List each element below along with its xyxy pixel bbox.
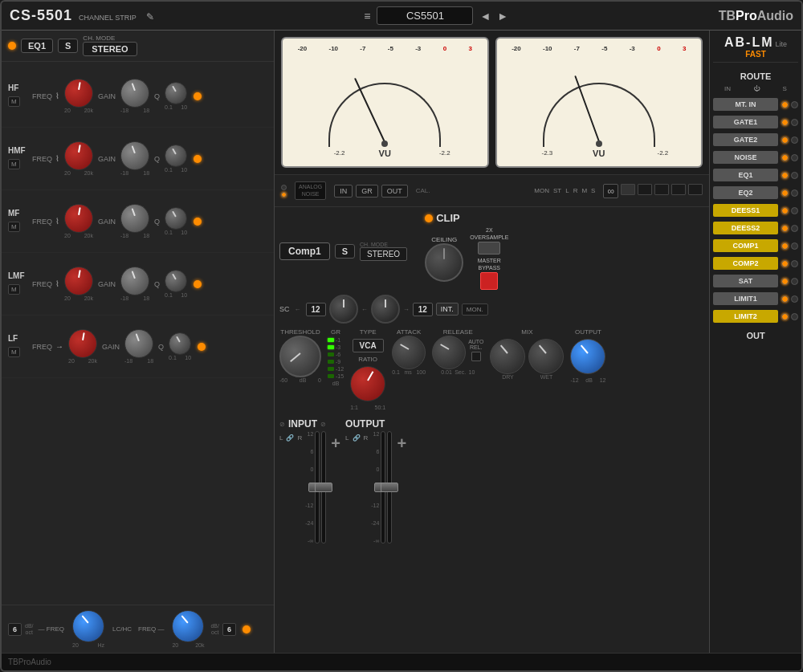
analog-noise-led-2[interactable]: [281, 192, 287, 198]
hmf-freq-knob[interactable]: [64, 141, 93, 170]
mf-gain-knob[interactable]: [120, 204, 149, 233]
analog-noise-led-1[interactable]: [281, 185, 287, 190]
hf-freq-knob[interactable]: [64, 79, 93, 108]
lf-gain-knob[interactable]: [124, 329, 153, 358]
lf-m-button[interactable]: M: [8, 347, 20, 357]
hf-gain-knob[interactable]: [120, 79, 149, 108]
ratio-knob[interactable]: [350, 366, 385, 401]
sc-num-hi[interactable]: 12: [413, 303, 433, 316]
oversample-button[interactable]: [478, 242, 500, 255]
lc-slope-box[interactable]: 6: [8, 623, 22, 636]
hmf-q-knob[interactable]: [165, 145, 187, 167]
infinity-button[interactable]: ∞: [603, 184, 618, 198]
route-sat-button[interactable]: SAT: [713, 275, 778, 287]
route-gate1-button[interactable]: GATE1: [713, 116, 778, 128]
hf-q-knob[interactable]: [165, 82, 187, 104]
route-sat-led-s[interactable]: [791, 278, 798, 285]
lf-led[interactable]: [198, 343, 206, 351]
sc-num-lo[interactable]: 12: [306, 303, 326, 316]
route-mtin-led-s[interactable]: [791, 101, 798, 108]
route-gate1-led-s[interactable]: [791, 119, 798, 126]
hmf-gain-knob[interactable]: [120, 141, 149, 170]
eq-s-button[interactable]: S: [58, 39, 78, 53]
route-gate2-led-in[interactable]: [781, 136, 789, 144]
route-limit2-led-in[interactable]: [781, 313, 789, 320]
route-comp2-led-in[interactable]: [781, 260, 789, 267]
clip-power-led[interactable]: [425, 214, 433, 222]
lmf-m-button[interactable]: M: [8, 284, 20, 295]
route-limit1-led-s[interactable]: [791, 295, 798, 303]
meter-block-3[interactable]: [654, 184, 669, 195]
hc-slope-box[interactable]: 6: [222, 623, 236, 636]
mix-wet-knob[interactable]: [528, 339, 564, 374]
route-mtin-button[interactable]: MT. IN: [713, 98, 778, 111]
input-r-track[interactable]: [321, 431, 326, 544]
route-limit2-led-s[interactable]: [791, 313, 798, 320]
route-sat-led-in[interactable]: [781, 278, 789, 285]
meter-block-2[interactable]: [638, 184, 652, 195]
route-gate1-led-in[interactable]: [781, 119, 789, 126]
output-knob[interactable]: [570, 339, 605, 374]
route-comp1-led-in[interactable]: [781, 242, 789, 250]
vca-button[interactable]: VCA: [353, 339, 384, 352]
route-comp1-button[interactable]: COMP1: [713, 239, 778, 252]
sc-knob-2[interactable]: [371, 295, 400, 324]
hmf-m-button[interactable]: M: [8, 159, 20, 169]
sc-knob-1[interactable]: [329, 295, 358, 324]
nav-next-button[interactable]: ►: [497, 10, 508, 22]
mf-m-button[interactable]: M: [8, 222, 20, 232]
master-bypass-button[interactable]: [480, 272, 498, 290]
hf-m-button[interactable]: M: [8, 96, 20, 107]
route-limit1-led-in[interactable]: [781, 295, 789, 303]
route-limit2-button[interactable]: LIMIT2: [713, 310, 778, 323]
mix-dry-knob[interactable]: [490, 339, 525, 374]
route-gate2-led-s[interactable]: [791, 136, 798, 144]
hf-led[interactable]: [194, 92, 202, 100]
lf-freq-knob[interactable]: [68, 329, 97, 358]
lmf-gain-knob[interactable]: [120, 267, 149, 295]
route-deess2-led-s[interactable]: [791, 225, 798, 232]
output-r-handle[interactable]: [381, 483, 398, 492]
route-eq1-led-s[interactable]: [791, 172, 798, 179]
route-deess1-led-in[interactable]: [781, 207, 789, 214]
release-knob[interactable]: [432, 336, 466, 369]
route-noise-led-in[interactable]: [781, 154, 789, 161]
route-noise-led-s[interactable]: [791, 154, 798, 161]
auto-rel-checkbox[interactable]: [471, 352, 481, 361]
mf-q-knob[interactable]: [165, 207, 187, 230]
nav-prev-button[interactable]: ◄: [479, 10, 491, 22]
route-eq1-led-in[interactable]: [781, 172, 789, 179]
hmf-led[interactable]: [194, 155, 202, 163]
route-comp1-led-s[interactable]: [791, 242, 798, 250]
lchc-led[interactable]: [243, 625, 251, 633]
meter-out-button[interactable]: OUT: [381, 185, 408, 198]
mon-button[interactable]: MON.: [462, 303, 488, 316]
route-deess2-button[interactable]: DEESS2: [713, 222, 778, 234]
meter-gr-button[interactable]: GR: [356, 185, 378, 198]
comp-stereo-button[interactable]: STEREO: [360, 247, 407, 261]
route-limit1-button[interactable]: LIMIT1: [713, 292, 778, 305]
mf-led[interactable]: [194, 218, 202, 226]
input-r-handle[interactable]: [315, 483, 332, 492]
lc-freq-knob[interactable]: [72, 610, 104, 642]
comp1-button[interactable]: Comp1: [279, 242, 330, 260]
meter-block-5[interactable]: [688, 184, 703, 195]
comp-s-button[interactable]: S: [335, 244, 355, 259]
hc-freq-knob[interactable]: [172, 610, 204, 642]
route-eq2-led-s[interactable]: [791, 189, 798, 197]
attack-knob[interactable]: [392, 336, 426, 369]
route-noise-button[interactable]: NOISE: [713, 151, 778, 164]
clip-ceiling-knob[interactable]: [425, 243, 463, 282]
eq1-button[interactable]: EQ1: [21, 39, 53, 53]
lmf-q-knob[interactable]: [165, 270, 187, 292]
int-button[interactable]: INT.: [436, 303, 459, 316]
route-deess2-led-in[interactable]: [781, 225, 789, 232]
threshold-knob[interactable]: [279, 336, 321, 377]
eq-power-led[interactable]: [8, 42, 16, 50]
route-eq2-button[interactable]: EQ2: [713, 186, 778, 199]
lf-q-knob[interactable]: [169, 332, 191, 355]
route-eq1-button[interactable]: EQ1: [713, 169, 778, 181]
eq-stereo-button[interactable]: STEREO: [83, 42, 137, 56]
route-eq2-led-in[interactable]: [781, 189, 789, 197]
route-comp2-led-s[interactable]: [791, 260, 798, 267]
